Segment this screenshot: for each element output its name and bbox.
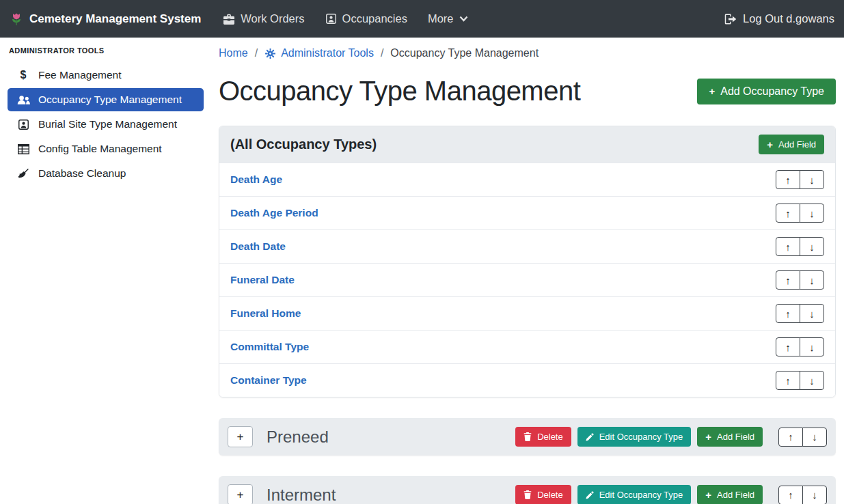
nav-label: Occupancies [342,12,407,25]
arrow-down-icon: ↓ [809,341,815,353]
field-link[interactable]: Container Type [230,374,307,387]
move-up-button[interactable]: ↑ [776,237,800,256]
reorder-group: ↑ ↓ [776,304,824,323]
button-label: Delete [537,432,563,442]
arrow-up-icon: ↑ [785,341,791,353]
move-down-button[interactable]: ↓ [800,304,824,323]
move-up-button[interactable]: ↑ [778,428,803,447]
sidebar-item-config-table-management[interactable]: Config Table Management [8,137,204,160]
move-down-button[interactable]: ↓ [800,237,824,256]
brand: Cemetery Management System [10,12,201,27]
button-label: Add Field [778,139,816,150]
field-link[interactable]: Funeral Date [230,274,295,286]
move-up-button[interactable]: ↑ [776,371,800,390]
breadcrumb-admin-tools-link[interactable]: Administrator Tools [264,47,374,59]
sidebar-item-label: Burial Site Type Management [38,118,177,130]
person-frame-icon [325,13,337,25]
field-row: Container Type ↑ ↓ [219,363,835,397]
sidebar-heading: ADMINISTRATOR TOOLS [8,46,204,64]
reorder-group: ↑ ↓ [776,270,824,290]
arrow-down-icon: ↓ [812,431,817,443]
add-field-button[interactable]: + Add Field [697,485,763,504]
arrow-up-icon: ↑ [785,174,791,186]
breadcrumb-home-link[interactable]: Home [219,47,248,59]
delete-button[interactable]: Delete [515,427,571,447]
tulip-logo-icon [10,12,23,27]
move-up-button[interactable]: ↑ [776,170,800,189]
move-down-button[interactable]: ↓ [800,270,824,290]
sidebar: ADMINISTRATOR TOOLS $ Fee Management Occ… [0,38,211,504]
sidebar-item-fee-management[interactable]: $ Fee Management [8,64,204,87]
expand-button[interactable]: + [228,426,253,447]
plus-icon: + [709,86,715,96]
dollar-icon: $ [16,70,30,81]
move-up-button[interactable]: ↑ [776,204,800,223]
breadcrumb-separator: / [255,47,258,59]
move-up-button[interactable]: ↑ [776,270,800,290]
sidebar-item-label: Fee Management [38,69,122,81]
plus-icon: + [237,488,244,502]
field-row: Death Age Period ↑ ↓ [219,196,835,229]
move-up-button[interactable]: ↑ [778,486,803,504]
move-down-button[interactable]: ↓ [800,337,824,356]
gear-icon [264,48,276,59]
page-layout: ADMINISTRATOR TOOLS $ Fee Management Occ… [0,38,844,504]
main-content: Home / Administrator Tools / Occupancy T… [211,38,844,504]
field-row: Funeral Date ↑ ↓ [219,263,835,296]
brand-title: Cemetery Management System [29,12,201,26]
move-up-button[interactable]: ↑ [776,304,800,323]
section-preneed: + Preneed Delete Edit Occupancy Type + A… [219,418,836,456]
move-down-button[interactable]: ↓ [800,204,824,223]
logout-link[interactable]: Log Out d.gowans [724,12,834,25]
top-navbar: Cemetery Management System Work Orders O… [0,0,844,38]
nav-more[interactable]: More [428,12,468,25]
field-link[interactable]: Death Age [230,173,282,186]
section-actions: Delete Edit Occupancy Type + Add Field ↑… [515,427,827,447]
button-label: Edit Occupancy Type [599,432,683,442]
arrow-up-icon: ↑ [785,208,791,219]
delete-button[interactable]: Delete [515,485,571,504]
breadcrumb-current: Occupancy Type Management [390,47,539,59]
arrow-down-icon: ↓ [809,308,815,320]
arrow-up-icon: ↑ [788,489,793,501]
nav-links: Work Orders Occupancies More [223,12,467,25]
button-label: Add Field [717,432,754,442]
arrow-down-icon: ↓ [812,489,817,501]
breadcrumb-separator: / [381,47,383,59]
arrow-down-icon: ↓ [809,241,815,253]
field-link[interactable]: Committal Type [230,341,309,353]
move-down-button[interactable]: ↓ [802,486,827,504]
field-link[interactable]: Funeral Home [230,307,301,320]
nav-work-orders[interactable]: Work Orders [223,12,304,25]
reorder-group: ↑ ↓ [776,337,824,356]
table-icon [16,144,30,154]
arrow-down-icon: ↓ [809,275,815,286]
title-row: Occupancy Type Management + Add Occupanc… [219,76,836,107]
edit-occupancy-type-button[interactable]: Edit Occupancy Type [577,485,692,504]
sidebar-item-database-cleanup[interactable]: Database Cleanup [8,162,204,185]
reorder-group: ↑ ↓ [778,486,827,504]
expand-button[interactable]: + [228,484,253,504]
field-link[interactable]: Death Date [230,240,286,253]
logout-icon [724,14,737,25]
move-down-button[interactable]: ↓ [800,170,824,189]
field-link[interactable]: Death Age Period [230,207,318,219]
sidebar-item-label: Database Cleanup [38,167,126,180]
move-down-button[interactable]: ↓ [800,371,824,390]
button-label: Delete [537,490,563,500]
move-down-button[interactable]: ↓ [802,428,827,447]
section-title: Preneed [267,428,329,447]
sidebar-item-occupancy-type-management[interactable]: Occupancy Type Management [8,88,204,111]
add-field-button[interactable]: + Add Field [759,135,824,154]
arrow-up-icon: ↑ [785,275,791,286]
arrow-down-icon: ↓ [809,375,815,387]
nav-occupancies[interactable]: Occupancies [325,12,407,25]
card-title: (All Occupancy Types) [230,137,377,152]
edit-occupancy-type-button[interactable]: Edit Occupancy Type [577,427,692,447]
add-occupancy-type-button[interactable]: + Add Occupancy Type [697,79,836,104]
trash-icon [523,432,532,441]
sidebar-item-label: Occupancy Type Management [38,94,182,106]
sidebar-item-burial-site-type-management[interactable]: Burial Site Type Management [8,113,204,136]
add-field-button[interactable]: + Add Field [697,427,763,447]
move-up-button[interactable]: ↑ [776,337,800,356]
